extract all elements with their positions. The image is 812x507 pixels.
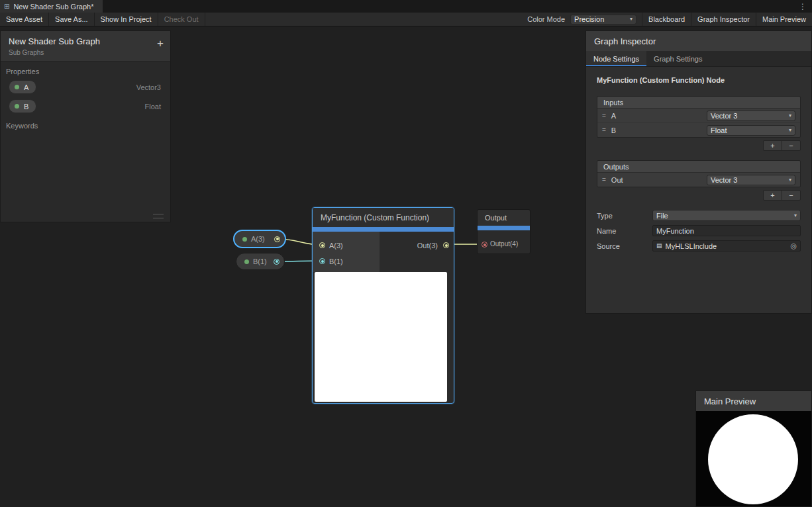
property-node-label: B(1): [253, 257, 270, 265]
color-mode-value: Precision: [574, 15, 604, 23]
custom-function-node[interactable]: MyFunction (Custom Function) A(3) B(1) O…: [312, 207, 454, 404]
input-port-a-label: A(3): [329, 242, 343, 250]
output-row-out[interactable]: = Out Vector 3 ▾: [597, 173, 800, 187]
drag-handle-icon[interactable]: =: [602, 176, 606, 183]
inputs-add-remove: + −: [597, 140, 801, 151]
add-input-button[interactable]: +: [764, 141, 782, 150]
object-picker-icon[interactable]: ◎: [790, 242, 797, 250]
show-in-project-button[interactable]: Show In Project: [95, 13, 158, 26]
color-mode-dropdown[interactable]: Precision ▾: [570, 15, 636, 24]
source-object-field[interactable]: ▤ MyHLSLInclude ◎: [652, 240, 801, 252]
node-accent-bar: [313, 227, 454, 232]
property-node-b[interactable]: B(1): [236, 253, 285, 270]
graph-inspector-title: Graph Inspector: [594, 36, 656, 46]
exposed-dot-icon: [15, 85, 19, 89]
node-accent-bar: [478, 226, 530, 230]
input-port-b-label: B(1): [329, 257, 343, 265]
color-mode-label: Color Mode: [522, 13, 570, 26]
inspector-body: MyFunction (Custom Function) Node Inputs…: [586, 67, 811, 255]
name-field[interactable]: [652, 225, 801, 236]
save-as-button[interactable]: Save As...: [49, 13, 95, 26]
blackboard-toggle-button[interactable]: Blackboard: [642, 13, 691, 26]
output-port-label: Output(4): [490, 240, 518, 248]
property-a-output-port-icon[interactable]: [274, 236, 280, 242]
input-name: B: [611, 126, 616, 134]
blackboard-title: New Shader Sub Graph: [9, 36, 162, 46]
name-label: Name: [597, 227, 652, 235]
chevron-down-icon: ▾: [786, 177, 791, 183]
input-a-type-dropdown[interactable]: Vector 3 ▾: [707, 111, 795, 121]
tab-new-shader-sub-graph[interactable]: ⊞ New Shader Sub Graph*: [0, 0, 103, 13]
blackboard-subtitle: Sub Graphs: [9, 49, 162, 56]
node-input-column: [313, 232, 380, 272]
remove-output-button[interactable]: −: [782, 191, 800, 200]
tab-graph-settings[interactable]: Graph Settings: [646, 51, 709, 66]
inputs-group-header: Inputs: [597, 97, 800, 109]
file-icon: ▤: [656, 243, 662, 249]
shader-graph-window: ⊞ New Shader Sub Graph* ⋮ Save Asset Sav…: [0, 0, 812, 507]
check-out-button: Check Out: [158, 13, 205, 26]
output-input-port-icon[interactable]: [482, 242, 487, 248]
input-port-a-icon[interactable]: [319, 242, 325, 248]
main-preview-title: Main Preview: [704, 396, 756, 406]
chevron-down-icon: ▾: [791, 213, 797, 218]
window-menu-dots-icon[interactable]: ⋮: [793, 0, 812, 13]
node-title: Output: [485, 214, 507, 222]
graph-toolbar: Save Asset Save As... Show In Project Ch…: [0, 13, 812, 26]
resize-handle-icon[interactable]: [153, 214, 164, 218]
main-preview-toggle-button[interactable]: Main Preview: [756, 13, 812, 26]
function-fields: Type File ▾ Name Source ▤ MyHLSLInclude: [597, 210, 801, 252]
node-title: MyFunction (Custom Function): [321, 213, 429, 222]
property-name: B: [24, 103, 28, 111]
node-title-bar[interactable]: Output: [478, 210, 530, 226]
chevron-down-icon: ▾: [786, 113, 791, 118]
input-port-b-icon[interactable]: [319, 258, 325, 264]
main-preview-body: [696, 411, 811, 506]
chevron-down-icon: ▾: [786, 128, 791, 133]
toolbar-right-group: Color Mode Precision ▾ Blackboard Graph …: [522, 13, 812, 26]
remove-input-button[interactable]: −: [782, 141, 800, 150]
property-node-a[interactable]: A(3): [233, 230, 286, 248]
property-pill[interactable]: A: [9, 80, 36, 94]
properties-section-label: Properties: [1, 62, 170, 77]
property-type: Float: [145, 103, 161, 111]
drag-handle-icon[interactable]: =: [602, 112, 606, 119]
output-out-type-dropdown[interactable]: Vector 3 ▾: [707, 175, 795, 185]
shader-graph-icon: ⊞: [4, 3, 9, 10]
input-row-a[interactable]: = A Vector 3 ▾: [597, 109, 800, 122]
main-preview-header[interactable]: Main Preview: [696, 391, 811, 411]
output-name: Out: [611, 176, 623, 184]
node-title-bar[interactable]: MyFunction (Custom Function): [313, 208, 454, 227]
property-row-a[interactable]: A Vector3: [1, 77, 170, 97]
tab-node-settings[interactable]: Node Settings: [586, 51, 646, 66]
input-name: A: [611, 112, 616, 120]
selected-node-title: MyFunction (Custom Function) Node: [597, 76, 801, 84]
save-asset-button[interactable]: Save Asset: [0, 13, 49, 26]
blackboard-header[interactable]: New Shader Sub Graph Sub Graphs +: [1, 31, 170, 62]
blackboard-panel: New Shader Sub Graph Sub Graphs + Proper…: [0, 30, 171, 222]
type-dropdown[interactable]: File ▾: [652, 210, 801, 221]
drag-handle-icon[interactable]: =: [602, 126, 606, 134]
property-row-b[interactable]: B Float: [1, 97, 170, 116]
tab-title: New Shader Sub Graph*: [13, 3, 93, 11]
graph-inspector-toggle-button[interactable]: Graph Inspector: [691, 13, 756, 26]
property-b-output-port-icon[interactable]: [274, 259, 279, 265]
property-name: A: [24, 83, 28, 91]
graph-inspector-header[interactable]: Graph Inspector: [586, 31, 811, 51]
input-b-type-dropdown[interactable]: Float ▾: [707, 125, 795, 136]
source-field-row: Source ▤ MyHLSLInclude ◎: [597, 240, 801, 252]
property-node-label: A(3): [251, 235, 270, 243]
exposed-dot-icon: [242, 237, 247, 242]
graph-inspector-panel: Graph Inspector Node Settings Graph Sett…: [585, 30, 812, 314]
add-property-button[interactable]: +: [157, 38, 164, 49]
output-out-type-value: Vector 3: [711, 176, 737, 184]
add-output-button[interactable]: +: [764, 191, 782, 200]
tab-bar: ⊞ New Shader Sub Graph* ⋮: [0, 0, 812, 13]
property-pill[interactable]: B: [9, 99, 36, 113]
input-row-b[interactable]: = B Float ▾: [597, 122, 800, 137]
output-port-out-icon[interactable]: [443, 242, 449, 248]
output-node[interactable]: Output Output(4): [477, 209, 531, 254]
outputs-add-remove: + −: [597, 190, 801, 201]
node-preview-area: [315, 272, 447, 402]
outputs-group: Outputs = Out Vector 3 ▾: [597, 160, 801, 187]
